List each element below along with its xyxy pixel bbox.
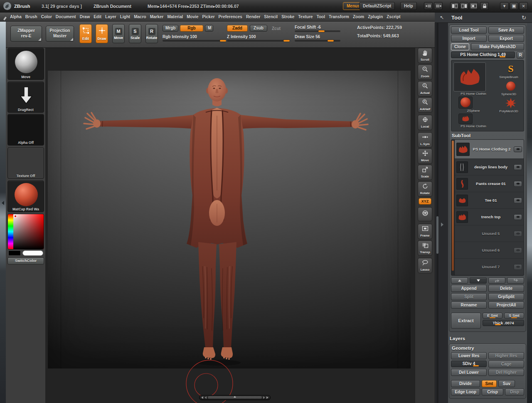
saturation-value-square[interactable]	[13, 214, 44, 249]
import-button[interactable]: Import	[451, 35, 487, 42]
save-as-button[interactable]: Save As	[488, 27, 524, 34]
minimize-button[interactable]: ▾	[500, 2, 509, 10]
menu-document[interactable]: Document	[56, 15, 76, 19]
menu-color[interactable]: Color	[41, 15, 52, 19]
subtool-row[interactable]: Tee 01	[455, 192, 524, 209]
menu-preferences[interactable]: Preferences	[219, 15, 242, 19]
tool-thumb-sphere3d[interactable]	[504, 80, 518, 92]
menu-texture[interactable]: Texture	[298, 15, 313, 19]
make-polymesh3d-button[interactable]: Make PolyMesh3D	[471, 43, 524, 50]
layout-three-icon[interactable]	[469, 2, 478, 10]
append-button[interactable]: Append	[451, 285, 487, 292]
brush-picker[interactable]: Move	[7, 48, 44, 80]
layers-section-title[interactable]: Layers	[450, 336, 525, 341]
suv-toggle[interactable]: Suv	[498, 380, 515, 387]
menu-zoom[interactable]: Zoom	[353, 15, 364, 19]
menu-material[interactable]: Material	[167, 15, 183, 19]
menu-alpha[interactable]: Alpha	[10, 15, 22, 19]
thick-slider[interactable]: Thick .0074	[483, 320, 524, 326]
rgb-intensity-slider[interactable]: Rgb Intensity 100	[163, 35, 225, 42]
panel-divider[interactable]	[435, 23, 448, 403]
rotate-canvas-button[interactable]: Rotate	[418, 181, 432, 197]
lasso-button[interactable]: Lasso	[418, 258, 432, 273]
rgb-button[interactable]: Rgb	[180, 25, 203, 32]
rename-button[interactable]: Rename	[451, 302, 487, 309]
visibility-eye-icon[interactable]	[514, 264, 522, 270]
menu-brush[interactable]: Brush	[25, 15, 37, 19]
tool-thumb-simplebrush[interactable]: S	[503, 62, 518, 75]
left-panel-collapse-arrow-icon[interactable]	[2, 201, 4, 205]
menu-edit[interactable]: Edit	[94, 15, 101, 19]
maximize-button[interactable]: ▣	[510, 2, 518, 10]
menu-draw[interactable]: Draw	[80, 15, 90, 19]
load-tool-button[interactable]: Load Tool	[451, 27, 487, 34]
menu-tool[interactable]: Tool	[317, 15, 325, 19]
xyz-button[interactable]: XYZ	[419, 198, 431, 205]
m-button[interactable]: M	[205, 25, 213, 32]
scroll-left2-icon[interactable]	[204, 396, 207, 399]
frame-button[interactable]: Frame	[418, 224, 432, 239]
main-color-swatch[interactable]	[22, 250, 43, 256]
menu-stroke[interactable]: Stroke	[281, 15, 294, 19]
layout-one-icon[interactable]	[450, 2, 459, 10]
scale-canvas-button[interactable]: Scale	[418, 165, 432, 180]
color-picker[interactable]	[7, 214, 44, 250]
move-canvas-button[interactable]: Move	[418, 148, 432, 164]
zcut-button[interactable]: Zcut	[272, 26, 281, 31]
scroll-right-icon[interactable]	[266, 396, 268, 399]
subtool-up-button[interactable]	[451, 277, 468, 284]
zmapper-button[interactable]: ZMapper rev-E	[10, 26, 42, 42]
scroll-button[interactable]: Scroll	[418, 48, 432, 63]
subtool-insert-up-button[interactable]	[488, 277, 505, 284]
panel-refresh-icon[interactable]: ↻	[522, 15, 526, 21]
move-mode-button[interactable]: M Move	[112, 24, 125, 43]
visibility-eye-icon[interactable]	[514, 247, 522, 253]
menu-movie[interactable]: Movie	[187, 15, 198, 19]
grpsplit-button[interactable]: GrpSplit	[488, 293, 524, 300]
mrgb-button[interactable]: Mrgb	[163, 25, 178, 32]
subtool-down-button[interactable]	[470, 277, 487, 284]
zsub-button[interactable]: Zsub	[250, 25, 267, 32]
s-smt-toggle[interactable]: S Smt	[504, 313, 524, 319]
delete-button[interactable]: Delete	[488, 285, 524, 292]
rotate-mode-button[interactable]: R Rotate	[145, 24, 158, 43]
subtool-row[interactable]: design lines body	[455, 159, 524, 176]
crisp-toggle[interactable]: Crisp	[482, 388, 503, 396]
higher-res-button[interactable]: Higher Res	[488, 352, 524, 359]
visibility-eye-icon[interactable]	[514, 146, 522, 152]
e-smt-toggle[interactable]: E Smt	[483, 313, 502, 319]
subtool-row[interactable]: Unused 7	[455, 259, 524, 275]
sdiv-slider[interactable]: SDiv 4	[451, 361, 487, 367]
divide-button[interactable]: Divide	[451, 380, 480, 387]
subtool-row[interactable]: trench top	[455, 209, 524, 225]
visibility-eye-icon[interactable]	[514, 181, 522, 187]
menu-stencil[interactable]: Stencil	[264, 15, 278, 19]
aahalf-button[interactable]: A AAHalf	[418, 97, 432, 113]
menu-zscript[interactable]: Zscript	[387, 15, 400, 19]
menu-render[interactable]: Render	[246, 15, 260, 19]
right-panel-collapse-arrow-icon[interactable]	[441, 223, 443, 227]
draw-size-slider[interactable]: Draw Size 56	[295, 35, 340, 42]
zoom-in-doc-icon[interactable]	[434, 2, 443, 10]
menu-zplugin[interactable]: Zplugin	[368, 15, 383, 19]
r-button[interactable]: R	[517, 52, 524, 59]
subtool-section-title[interactable]: SubTool	[452, 133, 523, 138]
subtool-row[interactable]: Unused 5	[455, 225, 524, 242]
default-zscript-button[interactable]: DefaultZScript	[359, 2, 395, 10]
geometry-section-title[interactable]: Geometry	[452, 346, 523, 351]
local-button[interactable]: Local	[418, 115, 432, 130]
scroll-right2-icon[interactable]	[263, 396, 265, 399]
lower-res-button[interactable]: Lower Res	[451, 352, 487, 359]
subtool-row[interactable]: Unused 6	[455, 242, 524, 259]
divider-scroll-track[interactable]	[436, 23, 438, 403]
lsym-button[interactable]: L.Sym	[418, 132, 432, 148]
menu-light[interactable]: Light	[120, 15, 130, 19]
menu-marker[interactable]: Marker	[150, 15, 164, 19]
lock-icon[interactable]	[480, 2, 489, 10]
del-lower-button[interactable]: Del Lower	[451, 369, 487, 376]
current-tool-slider[interactable]: PS Home Clothing 1.49	[451, 52, 515, 58]
scrollbar-thumb[interactable]	[208, 396, 262, 399]
canvas-horizontal-scrollbar[interactable]	[199, 395, 271, 400]
pivot-button[interactable]	[418, 207, 432, 221]
visibility-eye-icon[interactable]	[514, 231, 522, 237]
